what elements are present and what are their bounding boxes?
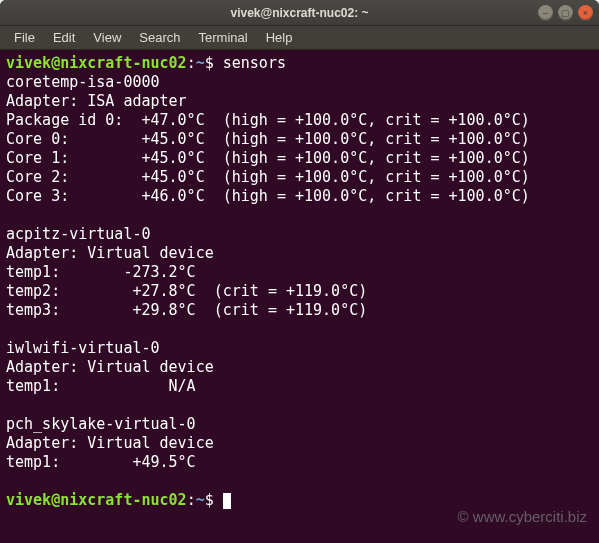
prompt-path-2: ~ [196, 491, 205, 509]
menu-search[interactable]: Search [131, 28, 188, 47]
prompt-user-host-2: vivek@nixcraft-nuc02 [6, 491, 187, 509]
command-text: sensors [223, 54, 286, 72]
prompt-path: ~ [196, 54, 205, 72]
prompt-colon: : [187, 54, 196, 72]
prompt-symbol-2: $ [205, 491, 214, 509]
line-1-2: temp3: +29.8°C (crit = +119.0°C) [6, 301, 367, 319]
chip-0: coretemp-isa-0000 [6, 73, 160, 91]
line-2-0: temp1: N/A [6, 377, 196, 395]
chip-3: pch_skylake-virtual-0 [6, 415, 196, 433]
window-title: vivek@nixcraft-nuc02: ~ [230, 6, 368, 20]
window-controls: – ▢ × [538, 5, 593, 20]
line-0-1: Core 0: +45.0°C (high = +100.0°C, crit =… [6, 130, 530, 148]
titlebar[interactable]: vivek@nixcraft-nuc02: ~ – ▢ × [0, 0, 599, 26]
prompt-user-host: vivek@nixcraft-nuc02 [6, 54, 187, 72]
prompt-colon-2: : [187, 491, 196, 509]
line-1-1: temp2: +27.8°C (crit = +119.0°C) [6, 282, 367, 300]
minimize-button[interactable]: – [538, 5, 553, 20]
line-3-0: temp1: +49.5°C [6, 453, 196, 471]
menu-file[interactable]: File [6, 28, 43, 47]
adapter-2: Adapter: Virtual device [6, 358, 214, 376]
menu-view[interactable]: View [85, 28, 129, 47]
terminal-window: vivek@nixcraft-nuc02: ~ – ▢ × File Edit … [0, 0, 599, 543]
line-0-4: Core 3: +46.0°C (high = +100.0°C, crit =… [6, 187, 530, 205]
menu-terminal[interactable]: Terminal [191, 28, 256, 47]
adapter-0: Adapter: ISA adapter [6, 92, 187, 110]
maximize-button[interactable]: ▢ [558, 5, 573, 20]
menubar: File Edit View Search Terminal Help [0, 26, 599, 50]
line-0-2: Core 1: +45.0°C (high = +100.0°C, crit =… [6, 149, 530, 167]
line-0-0: Package id 0: +47.0°C (high = +100.0°C, … [6, 111, 530, 129]
menu-edit[interactable]: Edit [45, 28, 83, 47]
menu-help[interactable]: Help [258, 28, 301, 47]
close-button[interactable]: × [578, 5, 593, 20]
adapter-1: Adapter: Virtual device [6, 244, 214, 262]
terminal-body[interactable]: vivek@nixcraft-nuc02:~$ sensors coretemp… [0, 50, 599, 543]
line-1-0: temp1: -273.2°C [6, 263, 196, 281]
adapter-3: Adapter: Virtual device [6, 434, 214, 452]
line-0-3: Core 2: +45.0°C (high = +100.0°C, crit =… [6, 168, 530, 186]
chip-2: iwlwifi-virtual-0 [6, 339, 160, 357]
cursor [223, 493, 231, 509]
chip-1: acpitz-virtual-0 [6, 225, 151, 243]
prompt-symbol: $ [205, 54, 214, 72]
